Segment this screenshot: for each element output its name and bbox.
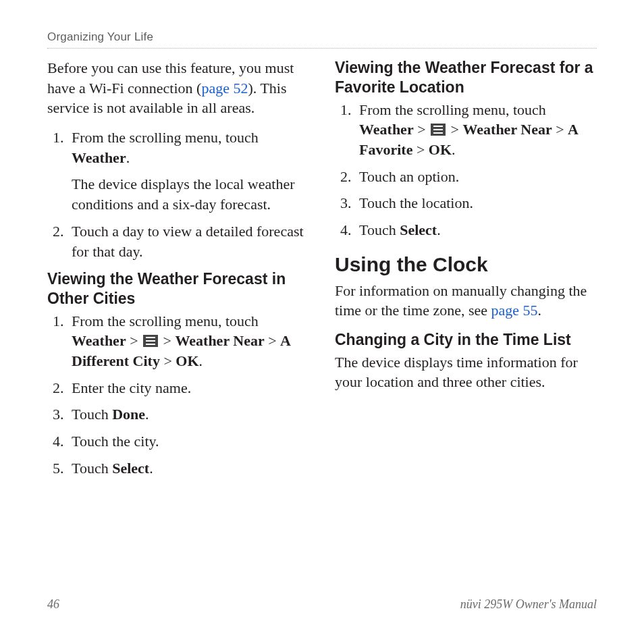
- bold-select: Select: [112, 460, 149, 477]
- two-column-layout: Before you can use this feature, you mus…: [47, 58, 597, 485]
- bold-ok: OK: [176, 352, 198, 369]
- running-head: Organizing Your Life: [47, 30, 597, 49]
- step-text: Touch a day to view a detailed forecast …: [72, 223, 304, 260]
- list-item: Touch an option.: [355, 167, 597, 187]
- other-cities-steps: From the scrolling menu, touch Weather >…: [47, 311, 309, 479]
- list-item: From the scrolling menu, touch Weather >…: [68, 311, 309, 371]
- step-text: Touch the city.: [72, 433, 159, 450]
- bold-weather-near: Weather Near: [176, 332, 265, 349]
- sep: >: [126, 332, 142, 349]
- sep: >: [159, 332, 175, 349]
- step-text: Touch: [72, 406, 112, 423]
- bold-ok: OK: [429, 141, 452, 158]
- list-item: Touch a day to view a detailed forecast …: [68, 221, 309, 261]
- subsection-time-list: Changing a City in the Time List: [335, 330, 597, 350]
- bold-weather: Weather: [359, 121, 414, 138]
- menu-icon: [431, 124, 446, 136]
- step-text: Touch the location.: [359, 194, 473, 211]
- list-item: Enter the city name.: [68, 378, 309, 398]
- list-item: Touch Select.: [68, 458, 309, 479]
- weather-basic-steps: From the scrolling menu, touch Weather. …: [47, 128, 309, 261]
- list-item: Touch the location.: [355, 193, 597, 213]
- step-text: .: [126, 149, 130, 166]
- intro-paragraph: Before you can use this feature, you mus…: [47, 58, 309, 118]
- step-text: .: [452, 141, 456, 158]
- sep: >: [412, 141, 428, 158]
- manual-title: nüvi 295W Owner's Manual: [460, 597, 597, 612]
- step-text: From the scrolling menu, touch: [72, 129, 259, 146]
- step-text: From the scrolling menu, touch: [72, 313, 259, 329]
- step-text: From the scrolling menu, touch: [359, 101, 546, 118]
- left-column: Before you can use this feature, you mus…: [47, 58, 309, 485]
- menu-icon: [143, 335, 158, 347]
- right-column: Viewing the Weather Forecast for a Favor…: [335, 58, 597, 485]
- step-text: Enter the city name.: [72, 379, 191, 396]
- list-item: From the scrolling menu, touch Weather. …: [68, 128, 309, 215]
- sep: >: [414, 121, 429, 138]
- bold-weather-near: Weather Near: [463, 121, 552, 138]
- favorite-location-steps: From the scrolling menu, touch Weather >…: [335, 100, 597, 240]
- list-item: Touch the city.: [68, 431, 309, 452]
- subsection-favorite-location: Viewing the Weather Forecast for a Favor…: [335, 58, 597, 97]
- step-text: .: [145, 406, 149, 423]
- page-55-link[interactable]: page 55: [491, 302, 538, 319]
- sep: >: [447, 121, 462, 138]
- sep: >: [552, 121, 568, 138]
- clock-intro-pre: For information on manually changing the…: [335, 282, 587, 319]
- list-item: Touch Select.: [355, 220, 597, 240]
- sep: >: [265, 332, 280, 349]
- section-using-the-clock: Using the Clock: [335, 252, 597, 277]
- step-text: .: [149, 460, 153, 477]
- page-number: 46: [47, 597, 59, 612]
- list-item: Touch Done.: [68, 404, 309, 425]
- bold-done: Done: [112, 406, 145, 423]
- step-text: Touch: [359, 221, 400, 238]
- clock-intro-post: .: [538, 302, 542, 319]
- bold-select: Select: [400, 221, 437, 238]
- list-item: From the scrolling menu, touch Weather >…: [355, 100, 597, 160]
- step-text: Touch an option.: [359, 168, 459, 185]
- step-text: .: [437, 221, 441, 238]
- step-subtext: The device displays the local weather co…: [72, 174, 309, 214]
- bold-weather: Weather: [72, 149, 126, 166]
- time-list-body: The device displays time information for…: [335, 352, 597, 392]
- subsection-other-cities: Viewing the Weather Forecast in Other Ci…: [47, 269, 309, 308]
- step-text: Touch: [72, 460, 112, 477]
- bold-weather: Weather: [72, 332, 126, 349]
- page-52-link[interactable]: page 52: [201, 80, 248, 97]
- step-text: .: [199, 352, 203, 369]
- clock-intro: For information on manually changing the…: [335, 281, 597, 321]
- page-footer: 46 nüvi 295W Owner's Manual: [47, 597, 597, 612]
- sep: >: [160, 352, 176, 369]
